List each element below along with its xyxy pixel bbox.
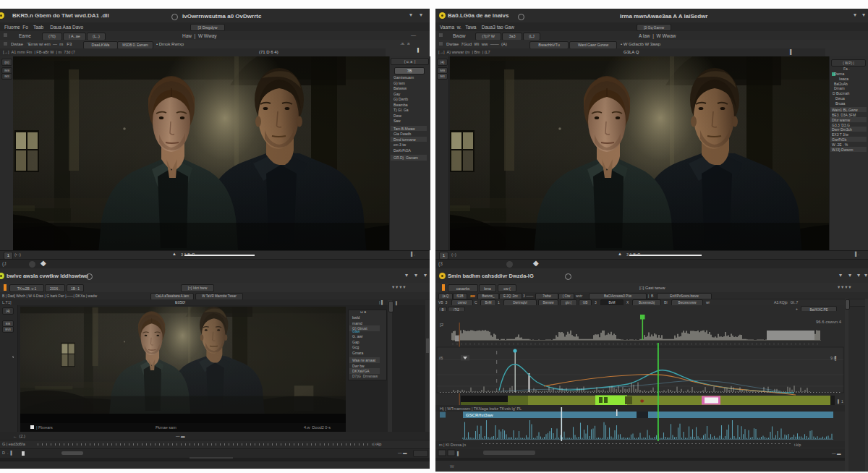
svg-text:▌ 1: ▌ 1 — [838, 399, 843, 404]
svg-text:GSCR/fst3aw: GSCR/fst3aw — [466, 413, 493, 417]
svg-text:H) | WTmamxwm | TKNaga bwkz TK: H) | WTmamxwm | TKNaga bwkz TKvsb lg' PL — [440, 406, 522, 411]
svg-text:96.6 cswvn 4: 96.6 cswvn 4 — [816, 320, 842, 324]
svg-text:[2: [2 — [440, 323, 444, 327]
svg-text:9 |▌: 9 |▌ — [830, 356, 838, 361]
svg-text:t.klp: t.klp — [794, 443, 801, 447]
svg-text:▌: ▌ — [457, 451, 460, 456]
svg-text:— ▬: — ▬ — [832, 451, 841, 456]
svg-text:W: W — [450, 464, 454, 469]
svg-text:(6: (6 — [439, 356, 443, 360]
svg-text:m | KI Dxxxa.|n: m | KI Dxxxa.|n — [439, 443, 466, 447]
svg-text:✱: ✱ — [640, 399, 644, 404]
